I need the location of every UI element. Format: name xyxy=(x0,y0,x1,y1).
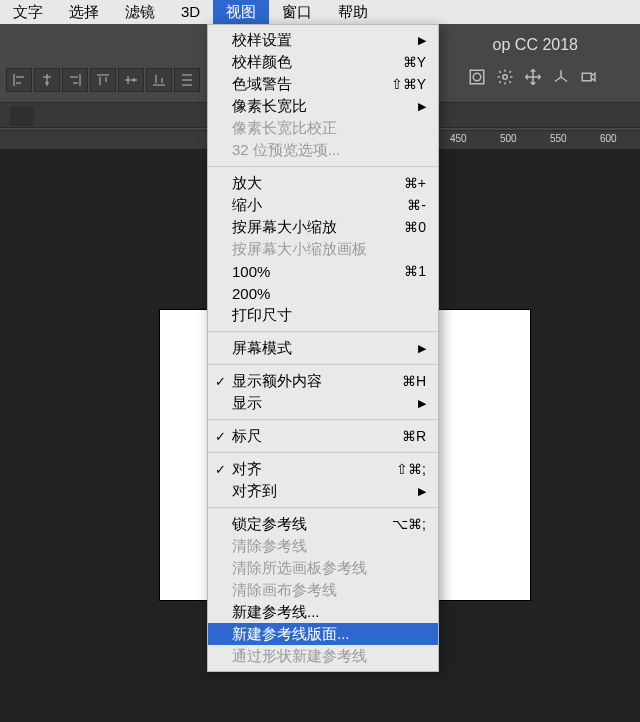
ruler-mark: 500 xyxy=(500,133,517,144)
align-bottom-icon[interactable] xyxy=(146,68,172,92)
3d-axis-icon[interactable] xyxy=(552,68,570,89)
mask-icon[interactable] xyxy=(468,68,486,89)
menu-item-label: 像素长宽比 xyxy=(232,97,408,116)
menu-item-label: 对齐到 xyxy=(232,482,408,501)
menu-shortcut: ⌘1 xyxy=(404,263,426,279)
menu-item-label: 新建参考线... xyxy=(232,603,426,622)
submenu-arrow-icon: ▶ xyxy=(418,397,426,410)
menu-item: 通过形状新建参考线 xyxy=(208,645,438,667)
menu-item-label: 100% xyxy=(232,263,394,280)
menu-item: 像素长宽比校正 xyxy=(208,117,438,139)
menu-item-label: 打印尺寸 xyxy=(232,306,426,325)
menu-item-label: 校样设置 xyxy=(232,31,408,50)
menu-item-label: 缩小 xyxy=(232,196,397,215)
menu-help[interactable]: 帮助 xyxy=(325,0,381,24)
distribute-icon[interactable] xyxy=(174,68,200,92)
menu-shortcut: ⌥⌘; xyxy=(392,516,426,532)
menu-item[interactable]: 打印尺寸 xyxy=(208,304,438,326)
camera-icon[interactable] xyxy=(580,68,598,89)
gear-icon[interactable] xyxy=(496,68,514,89)
submenu-arrow-icon: ▶ xyxy=(418,342,426,355)
submenu-arrow-icon: ▶ xyxy=(418,100,426,113)
svg-point-2 xyxy=(503,75,508,80)
menu-item-label: 显示 xyxy=(232,394,408,413)
menu-item[interactable]: 按屏幕大小缩放⌘0 xyxy=(208,216,438,238)
menu-item[interactable]: 显示▶ xyxy=(208,392,438,414)
mac-menubar: 文字 选择 滤镜 3D 视图 窗口 帮助 xyxy=(0,0,640,24)
align-hcenter-icon[interactable] xyxy=(34,68,60,92)
menu-item-label: 显示额外内容 xyxy=(232,372,392,391)
checkmark-icon: ✓ xyxy=(215,374,226,389)
align-top-icon[interactable] xyxy=(90,68,116,92)
ruler-mark: 450 xyxy=(450,133,467,144)
menu-item[interactable]: 屏幕模式▶ xyxy=(208,337,438,359)
menu-item[interactable]: 校样设置▶ xyxy=(208,29,438,51)
menu-item[interactable]: ✓显示额外内容⌘H xyxy=(208,370,438,392)
menu-separator xyxy=(208,166,438,167)
menu-item: 按屏幕大小缩放画板 xyxy=(208,238,438,260)
menu-item[interactable]: 放大⌘+ xyxy=(208,172,438,194)
menu-item-label: 锁定参考线 xyxy=(232,515,382,534)
menu-shortcut: ⇧⌘Y xyxy=(391,76,426,92)
menu-separator xyxy=(208,364,438,365)
menu-3d[interactable]: 3D xyxy=(168,0,213,24)
submenu-arrow-icon: ▶ xyxy=(418,485,426,498)
align-right-icon[interactable] xyxy=(62,68,88,92)
menu-filter[interactable]: 滤镜 xyxy=(112,0,168,24)
menu-item[interactable]: 新建参考线... xyxy=(208,601,438,623)
menu-item-label: 200% xyxy=(232,285,426,302)
submenu-arrow-icon: ▶ xyxy=(418,34,426,47)
menu-item[interactable]: ✓对齐⇧⌘; xyxy=(208,458,438,480)
menu-item-label: 新建参考线版面... xyxy=(232,625,426,644)
menu-item[interactable]: 100%⌘1 xyxy=(208,260,438,282)
move-icon[interactable] xyxy=(524,68,542,89)
menu-shortcut: ⌘0 xyxy=(404,219,426,235)
menu-item-label: 屏幕模式 xyxy=(232,339,408,358)
menu-item[interactable]: 缩小⌘- xyxy=(208,194,438,216)
menu-item-label: 标尺 xyxy=(232,427,392,446)
view-menu-dropdown: 校样设置▶校样颜色⌘Y色域警告⇧⌘Y像素长宽比▶像素长宽比校正32 位预览选项.… xyxy=(207,24,439,672)
align-left-icon[interactable] xyxy=(6,68,32,92)
menu-separator xyxy=(208,331,438,332)
menu-shortcut: ⌘Y xyxy=(403,54,426,70)
menu-text[interactable]: 文字 xyxy=(0,0,56,24)
menu-item[interactable]: 200% xyxy=(208,282,438,304)
svg-rect-3 xyxy=(582,73,591,81)
menu-view[interactable]: 视图 xyxy=(213,0,269,24)
menu-item-label: 清除所选画板参考线 xyxy=(232,559,426,578)
menu-shortcut: ⌘R xyxy=(402,428,426,444)
svg-rect-0 xyxy=(470,70,484,84)
menu-item[interactable]: 像素长宽比▶ xyxy=(208,95,438,117)
menu-item[interactable]: 新建参考线版面... xyxy=(208,623,438,645)
menu-item-label: 色域警告 xyxy=(232,75,381,94)
menu-shortcut: ⌘- xyxy=(407,197,426,213)
menu-item-label: 按屏幕大小缩放画板 xyxy=(232,240,426,259)
menu-item[interactable]: 对齐到▶ xyxy=(208,480,438,502)
menu-item[interactable]: 色域警告⇧⌘Y xyxy=(208,73,438,95)
options-bar-icons xyxy=(468,68,598,89)
menu-item-label: 像素长宽比校正 xyxy=(232,119,426,138)
menu-item-label: 按屏幕大小缩放 xyxy=(232,218,394,237)
align-vcenter-icon[interactable] xyxy=(118,68,144,92)
menu-item-label: 清除参考线 xyxy=(232,537,426,556)
menu-separator xyxy=(208,419,438,420)
menu-shortcut: ⌘H xyxy=(402,373,426,389)
menu-item[interactable]: ✓标尺⌘R xyxy=(208,425,438,447)
menu-separator xyxy=(208,507,438,508)
menu-separator xyxy=(208,452,438,453)
menu-select[interactable]: 选择 xyxy=(56,0,112,24)
menu-item: 清除所选画板参考线 xyxy=(208,557,438,579)
menu-item-label: 放大 xyxy=(232,174,394,193)
ruler-mark: 550 xyxy=(550,133,567,144)
menu-item: 清除参考线 xyxy=(208,535,438,557)
document-tab[interactable] xyxy=(10,106,34,126)
menu-window[interactable]: 窗口 xyxy=(269,0,325,24)
menu-item[interactable]: 锁定参考线⌥⌘; xyxy=(208,513,438,535)
menu-item-label: 通过形状新建参考线 xyxy=(232,647,426,666)
menu-item[interactable]: 校样颜色⌘Y xyxy=(208,51,438,73)
checkmark-icon: ✓ xyxy=(215,462,226,477)
checkmark-icon: ✓ xyxy=(215,429,226,444)
menu-shortcut: ⌘+ xyxy=(404,175,426,191)
menu-shortcut: ⇧⌘; xyxy=(396,461,426,477)
menu-item-label: 对齐 xyxy=(232,460,386,479)
